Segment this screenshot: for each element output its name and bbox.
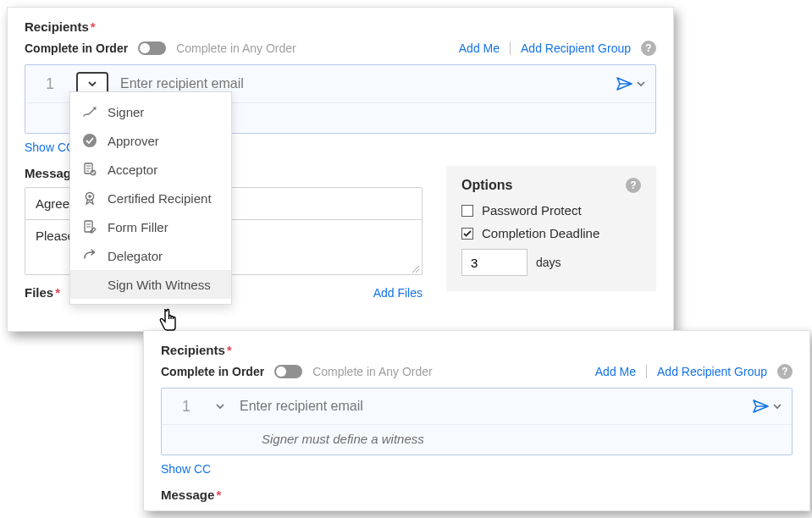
chevron-down-icon	[637, 81, 645, 87]
dropdown-item-approver[interactable]: Approver	[70, 126, 231, 155]
document-pen-icon	[82, 219, 97, 234]
help-icon[interactable]: ?	[626, 178, 641, 193]
pen-icon	[82, 104, 97, 119]
add-files-link[interactable]: Add Files	[373, 286, 423, 300]
add-me-link[interactable]: Add Me	[459, 41, 500, 55]
svg-point-0	[83, 134, 97, 147]
chevron-down-icon	[216, 404, 224, 410]
message-label: Message*	[161, 488, 793, 502]
help-icon[interactable]: ?	[641, 41, 656, 56]
password-protect-label: Password Protect	[482, 203, 582, 218]
recipient-email-input[interactable]	[240, 395, 741, 417]
paper-plane-icon	[753, 399, 770, 414]
recipient-witness-note: Signer must define a witness	[162, 424, 792, 455]
order-toggle[interactable]	[274, 365, 302, 378]
show-cc-link[interactable]: Show CC	[161, 462, 211, 476]
recipient-number: 1	[172, 398, 201, 416]
recipient-number: 1	[36, 75, 64, 93]
add-recipient-group-link[interactable]: Add Recipient Group	[657, 365, 767, 378]
resize-handle-icon[interactable]	[410, 263, 420, 273]
deadline-unit-label: days	[536, 256, 561, 269]
show-cc-link[interactable]: Show CC	[25, 141, 75, 154]
complete-in-order-label: Complete in Order	[25, 41, 128, 55]
dropdown-item-signer[interactable]: Signer	[70, 97, 231, 126]
document-check-icon	[82, 162, 97, 177]
link-divider	[510, 41, 511, 55]
completion-deadline-label: Completion Deadline	[482, 226, 599, 240]
complete-any-order-label: Complete in Any Order	[312, 365, 433, 378]
check-circle-icon	[82, 133, 97, 148]
role-select-dropdown[interactable]	[213, 402, 228, 411]
completion-deadline-option[interactable]: Completion Deadline	[461, 226, 641, 240]
complete-any-order-label: Complete in Any Order	[176, 41, 296, 55]
link-divider	[646, 365, 647, 378]
checkbox-checked[interactable]	[461, 228, 473, 240]
order-toggle[interactable]	[138, 41, 166, 55]
files-label: Files*	[25, 285, 60, 300]
add-recipient-group-link[interactable]: Add Recipient Group	[521, 41, 631, 55]
chevron-down-icon	[88, 81, 97, 87]
redo-arrow-icon	[82, 248, 97, 263]
deadline-days-input[interactable]	[461, 249, 528, 276]
complete-in-order-label: Complete in Order	[161, 365, 264, 378]
paper-plane-icon	[616, 76, 633, 91]
password-protect-option[interactable]: Password Protect	[461, 203, 641, 218]
add-me-link[interactable]: Add Me	[595, 365, 636, 378]
recipients-label: Recipients*	[25, 19, 656, 34]
dropdown-item-acceptor[interactable]: Acceptor	[70, 155, 231, 184]
right-column: Options ? Password Protect Completion De…	[446, 166, 656, 291]
recipient-row: 1	[162, 388, 792, 424]
dropdown-item-certified[interactable]: Certified Recipient	[70, 184, 231, 212]
check-icon	[463, 230, 472, 237]
order-row: Complete in Order Complete in Any Order …	[161, 364, 793, 379]
dropdown-item-formfiller[interactable]: Form Filler	[70, 212, 231, 241]
recipients-label: Recipients*	[161, 343, 793, 357]
help-icon[interactable]: ?	[777, 364, 793, 379]
options-title: Options	[461, 178, 512, 193]
dropdown-item-sign-with-witness[interactable]: Sign With Witness	[70, 270, 231, 299]
delivery-method-button[interactable]	[753, 399, 782, 414]
role-dropdown-menu: Signer Approver Acceptor Certified Recip…	[69, 91, 232, 305]
deadline-value-row: days	[461, 249, 641, 276]
options-panel: Options ? Password Protect Completion De…	[446, 166, 656, 291]
chevron-down-icon	[773, 404, 782, 410]
panel-bottom: Recipients* Complete in Order Complete i…	[143, 330, 810, 511]
blank-icon	[82, 277, 97, 292]
order-row: Complete in Order Complete in Any Order …	[25, 41, 656, 56]
recipient-box: 1 Signer must define a witness	[161, 388, 793, 455]
ribbon-icon	[82, 190, 97, 206]
delivery-method-button[interactable]	[616, 76, 645, 91]
dropdown-item-delegator[interactable]: Delegator	[70, 241, 231, 270]
checkbox-unchecked[interactable]	[461, 205, 473, 217]
svg-point-4	[88, 195, 91, 198]
